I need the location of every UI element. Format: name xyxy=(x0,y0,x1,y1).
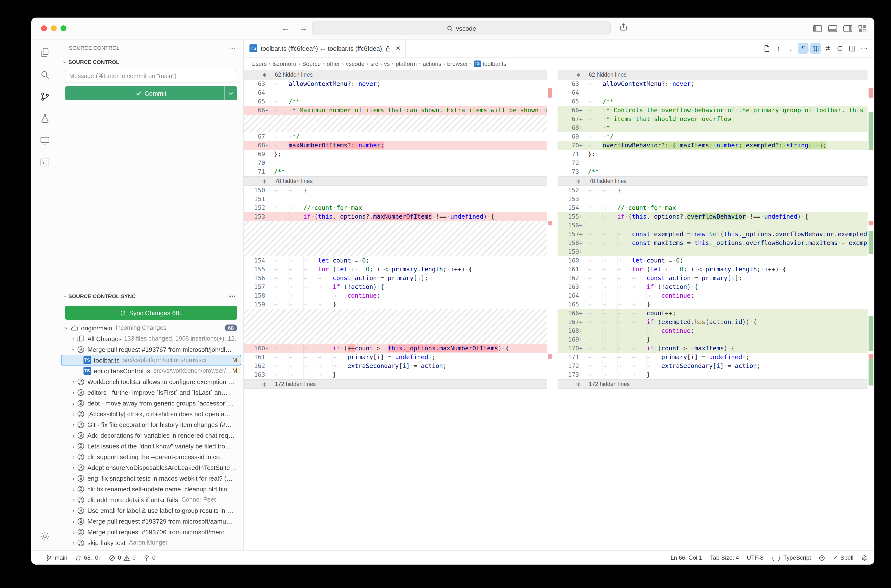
inline-view-icon[interactable] xyxy=(822,43,833,54)
unfold-icon[interactable]: ∗ xyxy=(243,380,270,388)
settings-gear-icon[interactable] xyxy=(38,529,52,544)
hidden-lines-bar[interactable]: ∗172 hidden lines xyxy=(557,379,868,389)
code-line[interactable]: 63→allowContextMenu?:·never; xyxy=(243,80,547,88)
hidden-lines-bar[interactable]: ∗78 hidden lines xyxy=(243,176,547,186)
breadcrumb-item[interactable]: other xyxy=(327,60,340,67)
section-source-control[interactable]: › SOURCE CONTROL xyxy=(59,56,243,68)
swap-sides-icon[interactable] xyxy=(834,43,845,54)
encoding[interactable]: UTF-8 xyxy=(747,554,763,561)
code-line[interactable]: 167+→→→→if·(exempted.has(action.id))·{ xyxy=(557,318,868,327)
code-line[interactable]: 169+→→→→} xyxy=(557,335,868,344)
code-line[interactable]: 155+→→if·(this._options?.overflowBehavio… xyxy=(557,212,868,221)
code-line[interactable]: 170+→→→→if·(count·>=·maxItems)·{ xyxy=(557,344,868,353)
sync-changes-button[interactable]: Sync Changes 68↓ xyxy=(65,306,237,320)
cursor-position[interactable]: Ln 66, Col 1 xyxy=(670,554,702,561)
code-line[interactable]: 64 xyxy=(243,88,547,97)
code-line[interactable]: 173→→→→} xyxy=(557,370,868,379)
split-editor-icon[interactable] xyxy=(847,43,857,54)
breadcrumb-item[interactable]: lszomoru xyxy=(273,60,296,67)
next-change-icon[interactable]: ↓ xyxy=(786,43,796,54)
toggle-primary-sidebar-icon[interactable] xyxy=(813,25,822,32)
scm-tree-item[interactable]: ›Adopt ensureNoDisposablesAreLeakedInTes… xyxy=(61,462,241,473)
chevron-icon[interactable]: › xyxy=(70,432,77,439)
scm-tree-item[interactable]: ›Git - fix file decoration for history i… xyxy=(61,419,241,430)
code-line[interactable]: 150→→} xyxy=(243,186,547,195)
overview-ruler-right[interactable] xyxy=(868,70,874,550)
scm-tree-item[interactable]: ›WorkbenchToolBar allows to configure ex… xyxy=(61,376,241,387)
back-button[interactable]: ← xyxy=(281,23,290,33)
command-center[interactable]: vscode xyxy=(312,21,611,35)
code-line[interactable]: 157+→→→const·exempted·=·new·Set(this._op… xyxy=(557,230,868,238)
unfold-icon[interactable]: ∗ xyxy=(557,380,584,388)
scm-tree-item[interactable]: ›All Changes133 files changed, 1958 inse… xyxy=(61,333,241,344)
unfold-icon[interactable]: ∗ xyxy=(557,177,584,185)
code-line[interactable]: 152→→} xyxy=(557,186,868,195)
scm-tree-item[interactable]: TStoolbar.tssrc/vs/platform/actions/brow… xyxy=(61,355,241,366)
branch-indicator[interactable]: main xyxy=(46,554,68,561)
code-line[interactable]: 69→·*/ xyxy=(557,132,868,141)
hidden-lines-bar[interactable]: ∗78 hidden lines xyxy=(557,176,868,186)
chevron-icon[interactable]: › xyxy=(70,421,77,428)
code-line[interactable]: 71}; xyxy=(557,150,868,159)
code-line[interactable]: 154→→→let·count·=·0; xyxy=(243,256,547,265)
source-control-icon[interactable] xyxy=(38,89,52,104)
chevron-icon[interactable]: › xyxy=(70,378,77,385)
chevron-icon[interactable]: › xyxy=(70,335,77,342)
code-line[interactable]: 162→→→→→extraSecondary[i]·=·action; xyxy=(243,362,547,370)
toggle-secondary-sidebar-icon[interactable] xyxy=(843,25,852,32)
code-line[interactable]: 156→→→→const·action·=·primary[i]; xyxy=(243,274,547,282)
code-line[interactable]: 68-→maxNumberOfItems?:·number; xyxy=(243,141,547,150)
scm-tree-item[interactable]: ›cli: fix renamed self-update name, clea… xyxy=(61,484,241,494)
unfold-icon[interactable]: ∗ xyxy=(557,71,584,78)
more-actions-icon[interactable]: ⋯ xyxy=(229,44,236,52)
feedback-smiley[interactable] xyxy=(819,555,825,561)
testing-icon[interactable] xyxy=(38,111,52,126)
overview-ruler-left[interactable] xyxy=(547,70,553,550)
chevron-icon[interactable]: › xyxy=(70,453,77,460)
open-external-icon[interactable] xyxy=(619,23,628,32)
code-line[interactable]: 69}; xyxy=(243,150,547,159)
diff-sash[interactable] xyxy=(553,70,557,550)
ports-indicator[interactable]: 0 xyxy=(144,554,155,561)
code-line[interactable]: 65→/** xyxy=(243,97,547,106)
code-line[interactable]: 157→→→→if·(!action)·{ xyxy=(243,282,547,291)
code-line[interactable]: 172→→→→→extraSecondary[i]·=·action; xyxy=(557,362,868,370)
code-line[interactable]: 163→→→→if·(!action)·{ xyxy=(557,282,868,291)
zoom-window-button[interactable] xyxy=(60,26,66,31)
unfold-icon[interactable]: ∗ xyxy=(243,71,270,78)
close-window-button[interactable] xyxy=(41,26,47,31)
code-line[interactable]: 67→·*/ xyxy=(243,132,547,141)
code-line[interactable]: 171→→→→→primary[i]·=·undefined!; xyxy=(557,353,868,362)
sync-status[interactable]: 68↓ 0↑ xyxy=(75,554,101,561)
code-line[interactable]: 68+→·* xyxy=(557,123,868,132)
code-line[interactable]: 168+→→→→→continue; xyxy=(557,327,868,335)
open-file-icon[interactable] xyxy=(761,43,772,54)
search-activity-icon[interactable] xyxy=(38,68,52,82)
code-line[interactable]: 70 xyxy=(243,159,547,167)
scm-tree-item[interactable]: ›skip flaky testAaron Munger xyxy=(61,537,241,548)
scm-tree-item[interactable]: ›Merge pull request #193767 from microso… xyxy=(61,344,241,355)
scm-tree-item[interactable]: ›Merge pull request #193706 from microso… xyxy=(61,526,241,537)
diff-right-pane[interactable]: ∗62 hidden lines63→allowContextMenu?:·ne… xyxy=(557,70,874,550)
chevron-icon[interactable]: › xyxy=(70,474,77,482)
scm-tree-item[interactable]: ›[Accessibility] ctrl+k, ctrl+shift+n do… xyxy=(61,408,241,419)
notifications[interactable] xyxy=(861,555,868,561)
diff-left-pane[interactable]: ∗62 hidden lines63→allowContextMenu?:·ne… xyxy=(243,70,553,550)
indentation[interactable]: Tab Size: 4 xyxy=(710,554,739,561)
code-line[interactable]: 70+→overflowBehavior?:·{·maxItems:·numbe… xyxy=(557,141,868,150)
forward-button[interactable]: → xyxy=(299,23,308,33)
more-actions-icon[interactable]: ⋯ xyxy=(859,43,870,54)
commit-button[interactable]: Commit xyxy=(65,86,237,100)
breadcrumb-item[interactable]: Source xyxy=(302,60,321,67)
chevron-icon[interactable]: › xyxy=(70,388,77,396)
code-line[interactable]: 72 xyxy=(557,159,868,167)
chevron-icon[interactable]: › xyxy=(70,346,77,352)
code-line[interactable]: 161→→→→→primary[i]·=·undefined!; xyxy=(243,353,547,362)
scm-tree-item[interactable]: TSeditorTabsControl.tssrc/vs/workbench/b… xyxy=(61,366,241,376)
hidden-lines-bar[interactable]: ∗62 hidden lines xyxy=(243,70,547,80)
code-line[interactable]: 159+ xyxy=(557,248,868,256)
breadcrumb-item[interactable]: src xyxy=(370,60,378,67)
code-line[interactable]: 166+→→→→count++; xyxy=(557,309,868,318)
breadcrumb-item[interactable]: vscode xyxy=(346,60,364,67)
code-line[interactable]: 155→→→for·(let·i·=·0;·i·<·primary.length… xyxy=(243,265,547,274)
